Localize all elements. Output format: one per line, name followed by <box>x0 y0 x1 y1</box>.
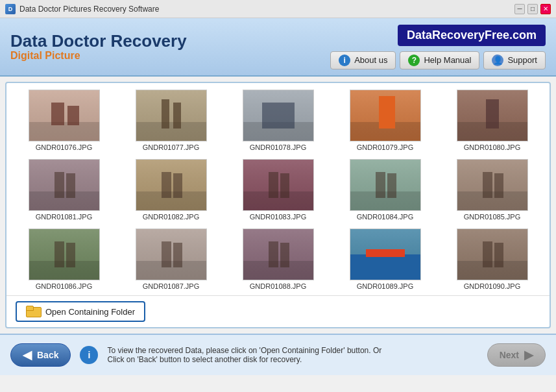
photo-item[interactable]: GNDR01080.JPG <box>444 90 540 151</box>
back-button[interactable]: ◀ Back <box>10 343 71 367</box>
minimize-button[interactable]: ─ <box>514 4 525 14</box>
photo-grid: GNDR01076.JPGGNDR01077.JPGGNDR01078.JPGG… <box>6 83 550 295</box>
photo-item[interactable]: GNDR01089.JPG <box>337 228 433 290</box>
photo-label: GNDR01090.JPG <box>464 282 520 290</box>
photo-label: GNDR01083.JPG <box>250 213 306 221</box>
app-logo-subtitle: Digital Picture <box>10 50 187 62</box>
title-bar-title: Data Doctor Pictures Recovery Software <box>19 5 159 14</box>
back-label: Back <box>37 350 58 360</box>
photo-label: GNDR01077.JPG <box>143 143 199 151</box>
app-logo-title: Data Doctor Recovery <box>10 32 187 51</box>
support-icon: 👤 <box>492 55 503 66</box>
photo-thumbnail <box>29 90 100 141</box>
photo-item[interactable]: GNDR01086.JPG <box>16 228 112 290</box>
help-label: Help Manual <box>424 55 471 65</box>
photo-thumbnail <box>29 159 100 211</box>
window-controls: ─ □ ✕ <box>514 4 551 14</box>
open-folder-button[interactable]: Open Containing Folder <box>16 301 145 322</box>
photo-thumbnail <box>243 159 314 211</box>
next-button[interactable]: Next ▶ <box>487 343 546 367</box>
photo-label: GNDR01084.JPG <box>357 213 413 221</box>
photo-item[interactable]: GNDR01082.JPG <box>123 159 219 221</box>
photo-item[interactable]: GNDR01090.JPG <box>444 228 540 290</box>
close-button[interactable]: ✕ <box>540 4 551 14</box>
photo-item[interactable]: GNDR01085.JPG <box>444 159 540 221</box>
photo-label: GNDR01087.JPG <box>143 282 199 290</box>
photo-label: GNDR01076.JPG <box>36 143 92 151</box>
info-icon: i <box>339 55 350 66</box>
photo-label: GNDR01085.JPG <box>464 213 520 221</box>
help-icon: ? <box>408 55 420 66</box>
photo-thumbnail <box>136 228 207 280</box>
photo-label: GNDR01080.JPG <box>464 143 520 151</box>
open-folder-label: Open Containing Folder <box>45 307 135 317</box>
photo-label: GNDR01086.JPG <box>36 282 92 290</box>
photo-thumbnail <box>350 90 421 141</box>
photo-thumbnail <box>350 159 421 211</box>
support-label: Support <box>507 55 537 65</box>
photo-thumbnail <box>136 159 207 211</box>
photo-thumbnail <box>243 228 314 280</box>
main-content-area: GNDR01076.JPGGNDR01077.JPGGNDR01078.JPGG… <box>5 82 551 328</box>
photo-label: GNDR01079.JPG <box>357 143 413 151</box>
photo-thumbnail <box>136 90 207 141</box>
photo-thumbnail <box>457 90 528 141</box>
title-bar: D Data Doctor Pictures Recovery Software… <box>0 0 556 18</box>
maximize-button[interactable]: □ <box>527 4 538 14</box>
photo-label: GNDR01078.JPG <box>250 143 306 151</box>
brand-banner: DataRecoveryFree.com <box>398 25 546 46</box>
folder-icon <box>26 306 40 317</box>
photo-thumbnail <box>457 159 528 211</box>
folder-btn-area: Open Containing Folder <box>6 295 550 327</box>
photo-item[interactable]: GNDR01083.JPG <box>230 159 326 221</box>
header-right: DataRecoveryFree.com i About us ? Help M… <box>330 25 546 69</box>
info-circle-icon: i <box>80 346 98 364</box>
app-logo: Data Doctor Recovery Digital Picture <box>10 32 187 62</box>
bottom-bar: ◀ Back i To view the recovered Data, ple… <box>0 334 556 375</box>
support-button[interactable]: 👤 Support <box>483 51 546 69</box>
bottom-info-text: To view the recovered Data, please click… <box>107 346 477 364</box>
photo-thumbnail <box>457 228 528 280</box>
photo-thumbnail <box>350 228 421 280</box>
photo-label: GNDR01082.JPG <box>143 213 199 221</box>
back-arrow-icon: ◀ <box>23 349 32 361</box>
title-bar-left: D Data Doctor Pictures Recovery Software <box>5 4 159 14</box>
photo-label: GNDR01089.JPG <box>357 282 413 290</box>
photo-item[interactable]: GNDR01087.JPG <box>123 228 219 290</box>
photo-item[interactable]: GNDR01076.JPG <box>16 90 112 151</box>
about-label: About us <box>354 55 387 65</box>
app-header: Data Doctor Recovery Digital Picture Dat… <box>0 18 556 77</box>
photo-item[interactable]: GNDR01077.JPG <box>123 90 219 151</box>
next-label: Next <box>500 350 519 360</box>
photo-label: GNDR01088.JPG <box>250 282 306 290</box>
app-icon: D <box>5 4 16 14</box>
photo-thumbnail <box>29 228 100 280</box>
photo-item[interactable]: GNDR01078.JPG <box>230 90 326 151</box>
photo-item[interactable]: GNDR01084.JPG <box>337 159 433 221</box>
photo-item[interactable]: GNDR01081.JPG <box>16 159 112 221</box>
photo-label: GNDR01081.JPG <box>36 213 92 221</box>
about-button[interactable]: i About us <box>330 51 396 69</box>
photo-item[interactable]: GNDR01079.JPG <box>337 90 433 151</box>
photo-thumbnail <box>243 90 314 141</box>
help-button[interactable]: ? Help Manual <box>400 51 479 69</box>
header-buttons: i About us ? Help Manual 👤 Support <box>330 51 546 69</box>
next-arrow-icon: ▶ <box>524 349 533 361</box>
photo-item[interactable]: GNDR01088.JPG <box>230 228 326 290</box>
